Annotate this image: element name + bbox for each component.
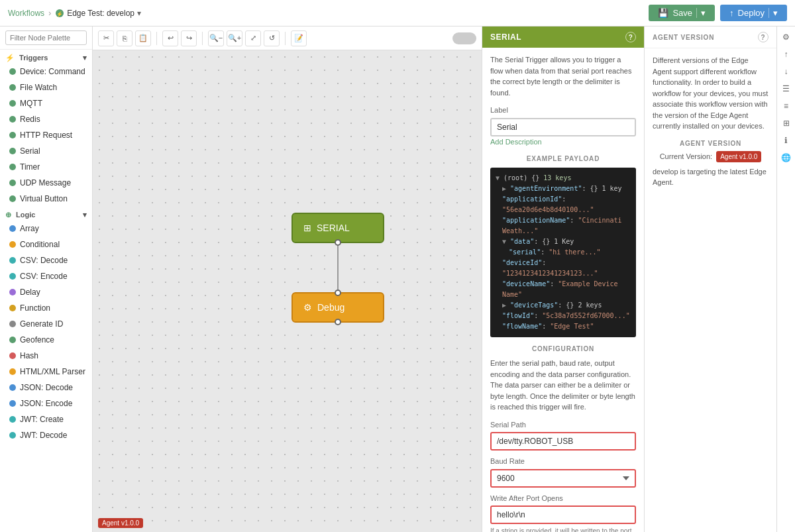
sidebar-item-jwt-create[interactable]: JWT: Create [0, 411, 92, 427]
dot-icon [9, 289, 16, 295]
canvas-toggle-switch[interactable] [452, 32, 476, 44]
sidebar-item-geofence[interactable]: Geofence [0, 332, 92, 348]
sidebar-item-delay[interactable]: Delay [0, 284, 92, 300]
deploy-dropdown-icon[interactable]: ▾ [768, 8, 778, 18]
up-icon-btn[interactable]: ↑ [778, 46, 794, 62]
triggers-section[interactable]: ⚡ Triggers ▾ [0, 50, 92, 64]
zoom-in-button[interactable]: 🔍+ [227, 30, 242, 46]
sidebar-item-serial[interactable]: Serial [0, 143, 92, 159]
canvas-background[interactable]: ⊞ SERIAL ⚙ Debug Agent v1.0.0 [93, 50, 482, 532]
label-input[interactable] [490, 118, 636, 136]
sidebar-item-json-decode[interactable]: JSON: Decode [0, 380, 92, 396]
info-icon-btn[interactable]: ℹ [778, 133, 794, 148]
down-icon-btn[interactable]: ↓ [778, 64, 794, 80]
sidebar-item-hash[interactable]: Hash [0, 348, 92, 364]
dot-icon [9, 132, 16, 138]
sidebar-item-json-encode[interactable]: JSON: Encode [0, 396, 92, 411]
main-layout: ⚡ Triggers ▾ Device: Command File Watch … [0, 27, 795, 532]
grid-icon-btn[interactable]: ⊞ [778, 115, 794, 131]
deploy-icon: ↑ [729, 8, 734, 18]
sidebar-item-csv-decode[interactable]: CSV: Decode [0, 252, 92, 268]
triggers-collapse-icon[interactable]: ▾ [83, 54, 87, 62]
breadcrumb: Workflows › ⚡ Edge Test: develop ▾ [8, 9, 141, 18]
add-description-link[interactable]: Add Description [490, 138, 542, 146]
sidebar-item-array[interactable]: Array [0, 221, 92, 237]
topbar: Workflows › ⚡ Edge Test: develop ▾ 💾 Sav… [0, 0, 795, 27]
save-icon: 💾 [658, 8, 668, 18]
redo-button[interactable]: ↪ [181, 30, 197, 46]
filter-area [0, 27, 92, 50]
sidebar-item-file-watch[interactable]: File Watch [0, 80, 92, 95]
configuration-description: Enter the serial path, baud rate, output… [490, 358, 636, 413]
sidebar-item-device-command[interactable]: Device: Command [0, 64, 92, 80]
logic-collapse-icon[interactable]: ▾ [83, 211, 87, 219]
notes-button[interactable]: 📝 [291, 30, 307, 46]
serial-output-port[interactable] [335, 239, 341, 246]
serial-panel-header: SERIAL ? [482, 27, 644, 48]
serial-node[interactable]: ⊞ SERIAL [292, 213, 384, 243]
serial-path-input[interactable] [490, 432, 636, 451]
zoom-reset-button[interactable]: ↺ [264, 30, 280, 46]
sidebar-item-generate-id[interactable]: Generate ID [0, 316, 92, 332]
triggers-list: Device: Command File Watch MQTT Redis HT… [0, 64, 92, 207]
workflow-icon: ⚡ [55, 9, 64, 18]
sidebar-item-virtual-button[interactable]: Virtual Button [0, 191, 92, 207]
sidebar-item-jwt-decode[interactable]: JWT: Decode [0, 427, 92, 443]
globe-icon-btn[interactable]: 🌐 [778, 150, 794, 166]
deploy-button[interactable]: ↑ Deploy ▾ [720, 5, 787, 21]
agent-version-badge: Agent v1.0.0 [98, 518, 143, 528]
serial-config-panel: SERIAL ? The Serial Trigger allows you t… [482, 27, 644, 532]
agent-panel-body: Different versions of the Edge Agent sup… [645, 48, 776, 195]
save-dropdown-icon[interactable]: ▾ [696, 8, 706, 18]
settings-icon-btn[interactable]: ⚙ [778, 29, 794, 45]
dot-icon [9, 195, 16, 202]
debug-node-label: Debug [317, 302, 344, 313]
agent-description: Different versions of the Edge Agent sup… [653, 55, 768, 132]
serial-panel-body: The Serial Trigger allows you to trigger… [482, 48, 644, 532]
sidebar-item-http-request[interactable]: HTTP Request [0, 127, 92, 143]
sidebar-item-udp-message[interactable]: UDP Message [0, 175, 92, 191]
sidebar-item-function[interactable]: Function [0, 300, 92, 316]
baud-rate-label: Baud Rate [490, 456, 636, 467]
write-after-note: If a string is provided, it will be writ… [490, 527, 636, 532]
copy-button[interactable]: ⎘ [117, 30, 132, 46]
write-after-input[interactable] [490, 505, 636, 524]
dot-icon [9, 257, 16, 264]
sidebar-item-redis[interactable]: Redis [0, 111, 92, 127]
agent-help-icon[interactable]: ? [758, 32, 768, 42]
baud-rate-select[interactable]: 9600 19200 38400 57600 115200 [490, 469, 636, 488]
payload-root-arrow[interactable]: ▼ [496, 174, 500, 182]
paste-button[interactable]: 📋 [135, 30, 151, 46]
dot-icon [9, 337, 16, 343]
workflows-link[interactable]: Workflows [8, 9, 44, 18]
zoom-out-button[interactable]: 🔍− [208, 30, 224, 46]
workflow-name-text: Edge Test: develop [67, 9, 134, 18]
sidebar-item-conditional[interactable]: Conditional [0, 237, 92, 252]
serial-help-icon[interactable]: ? [625, 32, 636, 42]
agent-panel-header: AGENT VERSION ? [645, 27, 776, 48]
debug-output-port[interactable] [335, 319, 341, 325]
fit-button[interactable]: ⤢ [245, 30, 261, 46]
triggers-label: Triggers [19, 54, 48, 62]
serial-node-icon: ⊞ [303, 223, 311, 233]
example-payload-title: EXAMPLE PAYLOAD [490, 154, 636, 164]
undo-button[interactable]: ↩ [162, 30, 178, 46]
toolbar-sep-3 [285, 32, 286, 45]
debug-input-port[interactable] [335, 290, 341, 296]
filter-input[interactable] [5, 30, 87, 45]
cut-button[interactable]: ✂ [98, 30, 114, 46]
menu-icon-btn[interactable]: ☰ [778, 81, 794, 97]
dot-icon [9, 432, 16, 439]
topbar-actions: 💾 Save ▾ ↑ Deploy ▾ [649, 5, 787, 21]
serial-node-label: SERIAL [317, 223, 350, 233]
workflow-chevron-icon[interactable]: ▾ [137, 9, 141, 18]
logic-section[interactable]: ⊕ Logic ▾ [0, 207, 92, 221]
sidebar-item-mqtt[interactable]: MQTT [0, 95, 92, 111]
sidebar-item-html-xml-parser[interactable]: HTML/XML Parser [0, 364, 92, 380]
debug-node[interactable]: ⚙ Debug [292, 292, 384, 323]
sidebar-item-timer[interactable]: Timer [0, 159, 92, 175]
list-icon-btn[interactable]: ≡ [778, 98, 794, 114]
dot-icon [9, 416, 16, 423]
sidebar-item-csv-encode[interactable]: CSV: Encode [0, 268, 92, 284]
save-button[interactable]: 💾 Save ▾ [649, 5, 715, 21]
